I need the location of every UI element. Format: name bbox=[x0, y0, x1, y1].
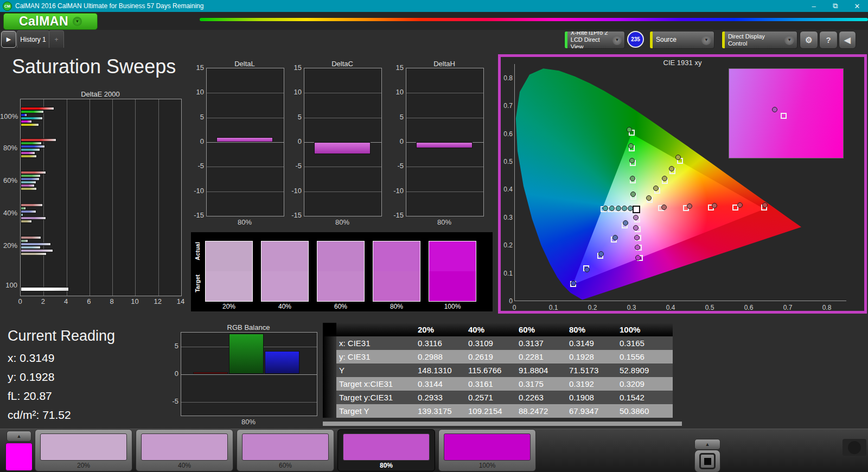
table-column-header: 80% bbox=[569, 323, 620, 336]
cie-x-tick: 0.2 bbox=[584, 304, 601, 311]
transport-panel-up-icon[interactable]: ▲ bbox=[694, 439, 720, 450]
table-cell: 0.2571 bbox=[468, 391, 519, 404]
current-reading-line: y: 0.1928 bbox=[8, 371, 54, 384]
actual-label: Actual bbox=[194, 242, 201, 260]
meter-dropdown[interactable]: X-Rite i1Pro 2 LCD Direct View ▼ bbox=[564, 31, 625, 49]
cie-y-tick: 0.4 bbox=[501, 186, 513, 193]
collapse-panel-icon[interactable]: ◀ bbox=[839, 31, 856, 49]
cie-measured-point-red bbox=[661, 205, 667, 210]
deltae-gridline bbox=[43, 99, 44, 296]
deltaH-gridline bbox=[406, 192, 483, 192]
add-tab-button[interactable]: + bbox=[49, 30, 64, 48]
cie-x-tick: 0.1 bbox=[545, 304, 561, 311]
table-cell: 71.5173 bbox=[569, 363, 620, 377]
rgb-balance-title: RGB Balance bbox=[181, 323, 316, 331]
pattern-button-60%[interactable]: 60% bbox=[237, 429, 334, 471]
table-cell: 0.3109 bbox=[468, 336, 519, 350]
cie-x-tick: 0.8 bbox=[819, 304, 835, 311]
cie-x-tick: 0 bbox=[506, 304, 522, 311]
swatch-40% bbox=[261, 241, 309, 302]
deltaH-chart bbox=[406, 68, 484, 216]
swatch-label: 40% bbox=[261, 303, 309, 310]
pattern-window-button[interactable] bbox=[694, 450, 720, 472]
deltaH-y-tick: -5 bbox=[390, 162, 404, 170]
table-cell: 50.3860 bbox=[620, 404, 670, 418]
deltaC-chart bbox=[304, 68, 382, 216]
cie-x-tick: 0.5 bbox=[701, 304, 718, 311]
table-cell: 0.3192 bbox=[569, 377, 620, 391]
window-title: CalMAN 2016 CalMAN Ultimate for Business… bbox=[15, 2, 203, 10]
swatch-20% bbox=[205, 241, 253, 302]
pattern-button-80%[interactable]: 80% bbox=[337, 429, 435, 471]
deltaH-gridline bbox=[406, 118, 483, 118]
swatch-target bbox=[206, 271, 252, 301]
cie-x-axis bbox=[514, 301, 846, 301]
swatch-80% bbox=[373, 241, 420, 302]
cie-x-tick: 0.3 bbox=[623, 304, 640, 311]
table-cell: 0.3144 bbox=[418, 377, 468, 391]
cie-x-tick: 0.4 bbox=[662, 304, 679, 311]
meter-reading-badge[interactable]: 235 bbox=[627, 31, 644, 48]
minimize-icon[interactable]: – bbox=[803, 0, 825, 12]
pattern-button-40%[interactable]: 40% bbox=[136, 429, 233, 471]
deltaC-gridline bbox=[304, 118, 381, 118]
tab-history-1[interactable]: History 1 bbox=[17, 30, 49, 48]
pattern-button-20%[interactable]: 20% bbox=[35, 429, 132, 471]
logo-dropdown-icon[interactable]: ▼ bbox=[73, 17, 82, 26]
table-corner-cell bbox=[323, 323, 336, 336]
pattern-panel-up-icon[interactable]: ▲ bbox=[7, 431, 31, 442]
table-cell: 139.3175 bbox=[418, 404, 468, 418]
deltaL-y-tick: 15 bbox=[190, 63, 204, 72]
deltae-x-tick: 8 bbox=[104, 297, 120, 305]
deltae-gridline bbox=[158, 99, 159, 296]
deltaL-gridline bbox=[207, 118, 284, 118]
source-dropdown[interactable]: Source ▼ bbox=[649, 31, 714, 49]
chevron-down-icon: ▼ bbox=[701, 35, 711, 45]
table-row-label: Target x:CIE31 bbox=[336, 377, 420, 391]
cie-measured-point-green bbox=[630, 176, 635, 181]
deltaH-y-tick: -10 bbox=[390, 187, 404, 195]
swatch-target bbox=[373, 271, 420, 301]
rgb-y-tick: -5 bbox=[164, 397, 178, 405]
table-cell: 0.3161 bbox=[468, 377, 519, 391]
calman-logo-button[interactable]: CalMAN ▼ bbox=[3, 13, 98, 30]
swatch-actual bbox=[429, 241, 476, 271]
gear-icon[interactable]: ⚙ bbox=[800, 31, 818, 49]
table-column-header: 40% bbox=[468, 323, 519, 336]
tab-scroll-button[interactable]: ▶ bbox=[1, 31, 16, 48]
deltae-x-tick: 4 bbox=[58, 297, 74, 305]
current-reading-title: Current Reading bbox=[8, 328, 115, 345]
display-control-status-stripe bbox=[722, 31, 725, 48]
close-icon[interactable]: ✕ bbox=[846, 0, 868, 12]
disabled-record-icon bbox=[848, 441, 861, 454]
table-row: x: CIE310.31160.31090.31370.31490.3165 bbox=[323, 336, 673, 350]
table-row-label: y: CIE31 bbox=[336, 350, 420, 363]
table-scrollbar[interactable] bbox=[323, 422, 682, 426]
deltae-bar-80% bbox=[21, 155, 37, 158]
rgb-x-label: 80% bbox=[181, 418, 316, 426]
deltaH-y-tick: 10 bbox=[390, 88, 404, 96]
table-cell: 67.9347 bbox=[569, 404, 620, 418]
calman-logo-text: CalMAN bbox=[19, 14, 68, 29]
deltaH-title: DeltaH bbox=[406, 60, 483, 68]
help-icon[interactable]: ? bbox=[819, 31, 838, 49]
display-control-dropdown[interactable]: Direct Display Control ▼ bbox=[722, 31, 797, 49]
deltaL-title: DeltaL bbox=[206, 60, 283, 68]
deltaH-bar bbox=[416, 142, 473, 148]
cie-inset-measured-point bbox=[772, 107, 777, 112]
pattern-button-label: 20% bbox=[35, 462, 132, 469]
pattern-button-100%[interactable]: 100% bbox=[438, 429, 536, 471]
deltaC-gridline bbox=[304, 93, 381, 93]
deltae-chart-title: DeltaE 2000 bbox=[20, 90, 181, 98]
cie-zoom-inset bbox=[729, 68, 844, 158]
cie-y-tick: 0.8 bbox=[501, 74, 513, 82]
restore-icon[interactable]: ⧉ bbox=[825, 0, 846, 12]
deltaH-y-tick: 15 bbox=[390, 63, 404, 72]
table-column-header: 20% bbox=[418, 323, 468, 336]
actual-target-swatch-strip: Actual Target 20%40%60%80%100% bbox=[191, 232, 493, 311]
deltaL-gridline bbox=[207, 93, 284, 93]
cie-x-tick: 0.6 bbox=[741, 304, 757, 311]
table-row-label: Y bbox=[336, 363, 420, 377]
deltae-gridline bbox=[67, 99, 67, 296]
deltaC-gridline bbox=[304, 167, 381, 167]
